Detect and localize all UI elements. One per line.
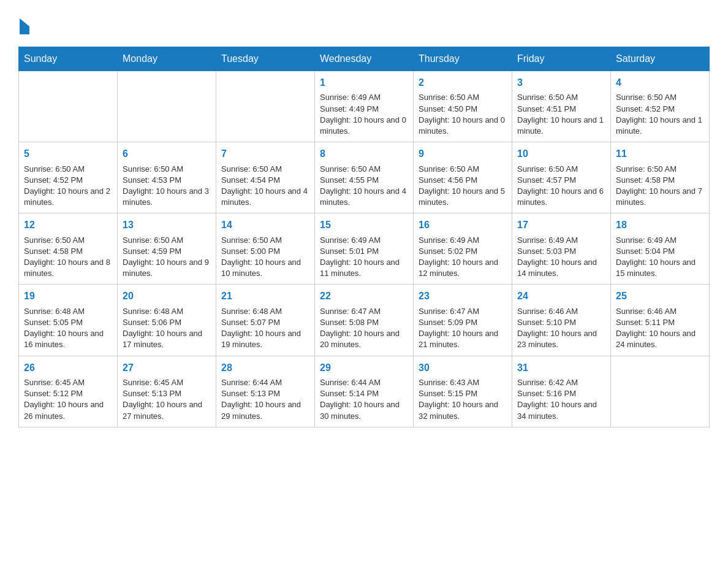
calendar-week-row: 5Sunrise: 6:50 AM Sunset: 4:52 PM Daylig… — [19, 142, 710, 213]
day-info: Sunrise: 6:50 AM Sunset: 4:53 PM Dayligh… — [123, 164, 211, 209]
calendar-day-cell: 31Sunrise: 6:42 AM Sunset: 5:16 PM Dayli… — [512, 356, 611, 427]
calendar-header-row: SundayMondayTuesdayWednesdayThursdayFrid… — [19, 47, 710, 71]
day-number: 10 — [517, 147, 605, 161]
calendar-week-row: 19Sunrise: 6:48 AM Sunset: 5:05 PM Dayli… — [19, 285, 710, 356]
day-number: 23 — [419, 289, 507, 303]
day-info: Sunrise: 6:43 AM Sunset: 5:15 PM Dayligh… — [419, 377, 507, 422]
weekday-header-saturday: Saturday — [611, 47, 710, 71]
weekday-header-sunday: Sunday — [19, 47, 118, 71]
weekday-header-wednesday: Wednesday — [315, 47, 414, 71]
calendar-day-cell: 11Sunrise: 6:50 AM Sunset: 4:58 PM Dayli… — [611, 142, 710, 213]
calendar-day-cell: 1Sunrise: 6:49 AM Sunset: 4:49 PM Daylig… — [315, 71, 414, 142]
calendar-day-cell — [611, 356, 710, 427]
calendar-day-cell: 29Sunrise: 6:44 AM Sunset: 5:14 PM Dayli… — [315, 356, 414, 427]
day-number: 8 — [320, 147, 408, 161]
calendar-day-cell: 23Sunrise: 6:47 AM Sunset: 5:09 PM Dayli… — [414, 285, 512, 356]
day-number: 3 — [517, 76, 605, 90]
day-info: Sunrise: 6:47 AM Sunset: 5:08 PM Dayligh… — [320, 306, 408, 351]
calendar-day-cell: 8Sunrise: 6:50 AM Sunset: 4:55 PM Daylig… — [315, 142, 414, 213]
day-number: 22 — [320, 289, 408, 303]
day-info: Sunrise: 6:44 AM Sunset: 5:14 PM Dayligh… — [320, 377, 408, 422]
day-info: Sunrise: 6:50 AM Sunset: 4:54 PM Dayligh… — [221, 164, 309, 209]
calendar-day-cell: 7Sunrise: 6:50 AM Sunset: 4:54 PM Daylig… — [216, 142, 315, 213]
day-info: Sunrise: 6:50 AM Sunset: 4:51 PM Dayligh… — [517, 92, 605, 137]
calendar-day-cell: 30Sunrise: 6:43 AM Sunset: 5:15 PM Dayli… — [414, 356, 512, 427]
calendar-day-cell: 9Sunrise: 6:50 AM Sunset: 4:56 PM Daylig… — [414, 142, 512, 213]
calendar-day-cell: 26Sunrise: 6:45 AM Sunset: 5:12 PM Dayli… — [19, 356, 118, 427]
weekday-header-monday: Monday — [118, 47, 216, 71]
weekday-header-tuesday: Tuesday — [216, 47, 315, 71]
day-number: 26 — [24, 361, 112, 375]
calendar-day-cell: 27Sunrise: 6:45 AM Sunset: 5:13 PM Dayli… — [118, 356, 216, 427]
calendar-day-cell: 21Sunrise: 6:48 AM Sunset: 5:07 PM Dayli… — [216, 285, 315, 356]
day-info: Sunrise: 6:48 AM Sunset: 5:05 PM Dayligh… — [24, 306, 112, 351]
calendar-day-cell: 6Sunrise: 6:50 AM Sunset: 4:53 PM Daylig… — [118, 142, 216, 213]
day-info: Sunrise: 6:45 AM Sunset: 5:13 PM Dayligh… — [123, 377, 211, 422]
calendar-day-cell: 13Sunrise: 6:50 AM Sunset: 4:59 PM Dayli… — [118, 213, 216, 285]
day-info: Sunrise: 6:50 AM Sunset: 4:56 PM Dayligh… — [419, 164, 507, 209]
day-info: Sunrise: 6:44 AM Sunset: 5:13 PM Dayligh… — [221, 377, 309, 422]
day-info: Sunrise: 6:50 AM Sunset: 4:58 PM Dayligh… — [24, 235, 112, 280]
day-info: Sunrise: 6:50 AM Sunset: 4:50 PM Dayligh… — [419, 92, 507, 137]
calendar-day-cell: 5Sunrise: 6:50 AM Sunset: 4:52 PM Daylig… — [19, 142, 118, 213]
calendar-week-row: 26Sunrise: 6:45 AM Sunset: 5:12 PM Dayli… — [19, 356, 710, 427]
calendar-day-cell — [118, 71, 216, 142]
day-info: Sunrise: 6:49 AM Sunset: 5:02 PM Dayligh… — [419, 235, 507, 280]
day-number: 31 — [517, 361, 605, 375]
day-info: Sunrise: 6:50 AM Sunset: 4:57 PM Dayligh… — [517, 164, 605, 209]
day-number: 5 — [24, 147, 112, 161]
day-info: Sunrise: 6:50 AM Sunset: 4:59 PM Dayligh… — [123, 235, 211, 280]
day-number: 9 — [419, 147, 507, 161]
day-number: 28 — [221, 361, 309, 375]
day-info: Sunrise: 6:49 AM Sunset: 5:01 PM Dayligh… — [320, 235, 408, 280]
day-info: Sunrise: 6:50 AM Sunset: 4:58 PM Dayligh… — [616, 164, 704, 209]
day-number: 29 — [320, 361, 408, 375]
day-number: 1 — [320, 76, 408, 90]
day-number: 21 — [221, 289, 309, 303]
day-info: Sunrise: 6:49 AM Sunset: 4:49 PM Dayligh… — [320, 92, 408, 137]
weekday-header-friday: Friday — [512, 47, 611, 71]
calendar-day-cell: 2Sunrise: 6:50 AM Sunset: 4:50 PM Daylig… — [414, 71, 512, 142]
logo — [18, 18, 29, 34]
day-info: Sunrise: 6:49 AM Sunset: 5:03 PM Dayligh… — [517, 235, 605, 280]
calendar-day-cell: 22Sunrise: 6:47 AM Sunset: 5:08 PM Dayli… — [315, 285, 414, 356]
day-info: Sunrise: 6:50 AM Sunset: 4:52 PM Dayligh… — [616, 92, 704, 137]
day-number: 12 — [24, 218, 112, 232]
calendar-week-row: 1Sunrise: 6:49 AM Sunset: 4:49 PM Daylig… — [19, 71, 710, 142]
day-info: Sunrise: 6:48 AM Sunset: 5:06 PM Dayligh… — [123, 306, 211, 351]
logo-triangle-icon — [20, 18, 29, 34]
day-number: 11 — [616, 147, 704, 161]
day-number: 25 — [616, 289, 704, 303]
day-info: Sunrise: 6:50 AM Sunset: 4:55 PM Dayligh… — [320, 164, 408, 209]
day-info: Sunrise: 6:42 AM Sunset: 5:16 PM Dayligh… — [517, 377, 605, 422]
calendar-day-cell: 3Sunrise: 6:50 AM Sunset: 4:51 PM Daylig… — [512, 71, 611, 142]
day-info: Sunrise: 6:49 AM Sunset: 5:04 PM Dayligh… — [616, 235, 704, 280]
day-number: 27 — [123, 361, 211, 375]
day-number: 6 — [123, 147, 211, 161]
day-number: 13 — [123, 218, 211, 232]
calendar-day-cell: 28Sunrise: 6:44 AM Sunset: 5:13 PM Dayli… — [216, 356, 315, 427]
calendar-day-cell: 19Sunrise: 6:48 AM Sunset: 5:05 PM Dayli… — [19, 285, 118, 356]
day-number: 7 — [221, 147, 309, 161]
calendar-day-cell: 17Sunrise: 6:49 AM Sunset: 5:03 PM Dayli… — [512, 213, 611, 285]
calendar-day-cell — [19, 71, 118, 142]
weekday-header-thursday: Thursday — [414, 47, 512, 71]
day-number: 18 — [616, 218, 704, 232]
day-info: Sunrise: 6:48 AM Sunset: 5:07 PM Dayligh… — [221, 306, 309, 351]
calendar-day-cell: 15Sunrise: 6:49 AM Sunset: 5:01 PM Dayli… — [315, 213, 414, 285]
day-number: 20 — [123, 289, 211, 303]
page-header — [18, 18, 710, 34]
calendar-day-cell: 10Sunrise: 6:50 AM Sunset: 4:57 PM Dayli… — [512, 142, 611, 213]
calendar-day-cell: 24Sunrise: 6:46 AM Sunset: 5:10 PM Dayli… — [512, 285, 611, 356]
day-number: 2 — [419, 76, 507, 90]
calendar-day-cell: 18Sunrise: 6:49 AM Sunset: 5:04 PM Dayli… — [611, 213, 710, 285]
calendar-day-cell: 12Sunrise: 6:50 AM Sunset: 4:58 PM Dayli… — [19, 213, 118, 285]
day-info: Sunrise: 6:46 AM Sunset: 5:11 PM Dayligh… — [616, 306, 704, 351]
day-number: 4 — [616, 76, 704, 90]
day-number: 24 — [517, 289, 605, 303]
calendar-day-cell: 14Sunrise: 6:50 AM Sunset: 5:00 PM Dayli… — [216, 213, 315, 285]
day-info: Sunrise: 6:47 AM Sunset: 5:09 PM Dayligh… — [419, 306, 507, 351]
day-number: 17 — [517, 218, 605, 232]
calendar-week-row: 12Sunrise: 6:50 AM Sunset: 4:58 PM Dayli… — [19, 213, 710, 285]
day-info: Sunrise: 6:45 AM Sunset: 5:12 PM Dayligh… — [24, 377, 112, 422]
